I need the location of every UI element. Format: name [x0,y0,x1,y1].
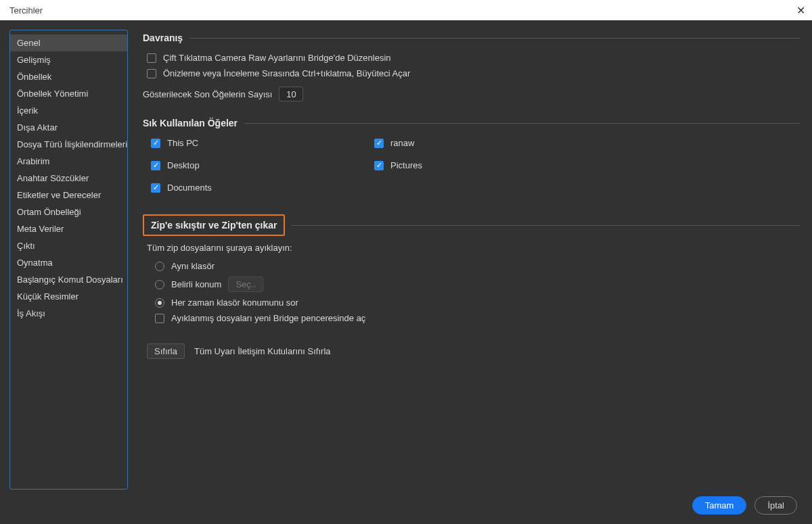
label-fav-thispc: This PC [167,138,198,148]
sidebar-item-label: Dosya Türü İlişkilendirmeleri [17,139,127,149]
radio-always-ask[interactable] [155,298,164,308]
sidebar-item-disa-aktar[interactable]: Dışa Aktar [10,119,127,136]
checkbox-open-new-window[interactable] [155,314,164,323]
sidebar-item-icerik[interactable]: İçerik [10,102,127,119]
sidebar-item-onbellek[interactable]: Önbellek [10,68,127,85]
label-fav-ranaw: ranaw [390,138,414,148]
divider [292,225,800,226]
divider [244,123,800,124]
radio-same-folder[interactable] [155,262,164,271]
section-behavior: Davranış Çift Tıklatma Camera Raw Ayarla… [143,32,800,104]
titlebar: Tercihler ✕ [0,0,812,20]
sidebar-item-label: Genel [17,38,41,48]
divider [189,38,800,39]
section-title-behavior: Davranış [143,32,183,43]
sidebar-item-label: Arabirim [17,156,49,166]
sidebar-item-label: Çıktı [17,241,35,251]
sidebar-item-baslangic-komut[interactable]: Başlangıç Komut Dosyaları [10,271,127,288]
sidebar-item-label: Dışa Aktar [17,122,58,133]
label-doubleclick-raw: Çift Tıklatma Camera Raw Ayarlarını Brid… [163,53,391,63]
close-icon[interactable]: ✕ [796,4,805,17]
label-same-folder: Aynı klasör [171,261,215,271]
checkbox-fav-desktop[interactable] [151,161,160,170]
sidebar-item-is-akisi[interactable]: İş Akışı [10,305,127,322]
sidebar-item-label: Ortam Önbelleği [17,207,81,217]
input-recent-items[interactable] [279,87,303,101]
checkbox-doubleclick-raw[interactable] [147,53,156,63]
sidebar-item-label: Meta Veriler [17,224,64,234]
label-open-new-window: Ayıklanmış dosyaları yeni Bridge pencere… [171,313,365,323]
sidebar-item-cikti[interactable]: Çıktı [10,237,127,254]
sidebar-item-genel[interactable]: Genel [10,34,127,51]
radio-specific-location[interactable] [155,280,164,289]
label-always-ask: Her zaman klasör konumunu sor [171,297,298,308]
label-fav-desktop: Desktop [167,160,200,170]
sidebar-item-label: Anahtar Sözcükler [17,173,89,183]
sidebar-item-onbellek-yonetimi[interactable]: Önbellek Yönetimi [10,85,127,102]
cancel-button[interactable]: İptal [754,496,797,515]
section-title-favorites: Sık Kullanılan Öğeler [143,118,238,128]
main-row: Genel Gelişmiş Önbellek Önbellek Yönetim… [9,30,803,490]
sidebar-item-kucuk-resimler[interactable]: Küçük Resimler [10,288,127,305]
sidebar-item-etiketler[interactable]: Etiketler ve Dereceler [10,187,127,204]
content-panel: Davranış Çift Tıklatma Camera Raw Ayarla… [143,30,803,490]
label-recent-items: Gösterilecek Son Öğelerin Sayısı [143,89,272,99]
label-reset-desc: Tüm Uyarı İletişim Kutularını Sıfırla [194,346,331,356]
sidebar-item-oynatma[interactable]: Oynatma [10,254,127,271]
sidebar: Genel Gelişmiş Önbellek Önbellek Yönetim… [9,30,128,490]
section-title-zip: Zip'e sıkıştır ve Zip'ten çıkar [143,214,285,236]
sidebar-item-label: Önbellek [17,72,51,82]
sidebar-item-arabirim[interactable]: Arabirim [10,153,127,170]
checkbox-fav-thispc[interactable] [151,139,160,148]
window-title: Tercihler [9,5,43,16]
label-fav-documents: Documents [167,183,212,193]
sidebar-item-label: İçerik [17,105,38,116]
checkbox-fav-ranaw[interactable] [374,139,384,148]
sidebar-item-label: İş Akışı [17,308,45,318]
dialog-footer: Tamam İptal [9,490,803,515]
reset-row: Sıfırla Tüm Uyarı İletişim Kutularını Sı… [143,343,800,359]
sidebar-item-ortam-onbellegi[interactable]: Ortam Önbelleği [10,204,127,220]
window-body: Genel Gelişmiş Önbellek Önbellek Yönetim… [0,20,812,524]
label-zip-extract-hint: Tüm zip dosyalarını şuraya ayıklayın: [143,243,800,253]
checkbox-fav-documents[interactable] [151,183,160,193]
label-fav-pictures: Pictures [390,160,422,170]
reset-button[interactable]: Sıfırla [147,343,185,359]
checkbox-fav-pictures[interactable] [374,161,384,170]
sidebar-item-meta-veriler[interactable]: Meta Veriler [10,220,127,237]
section-favorites: Sık Kullanılan Öğeler This PC ranaw Desk… [143,118,800,195]
sidebar-item-dosya-turu[interactable]: Dosya Türü İlişkilendirmeleri [10,136,127,153]
sidebar-item-anahtar-sozcukler[interactable]: Anahtar Sözcükler [10,170,127,187]
ok-button[interactable]: Tamam [692,496,747,515]
sidebar-item-label: Gelişmiş [17,55,51,65]
checkbox-ctrlclick-loupe[interactable] [147,69,156,78]
label-specific-location: Belirli konum [171,279,221,289]
label-ctrlclick-loupe: Önizleme veya İnceleme Sırasında Ctrl+tı… [163,68,410,78]
sidebar-item-label: Oynatma [17,258,53,268]
sidebar-item-label: Etiketler ve Dereceler [17,190,101,200]
select-location-button[interactable]: Seç.. [228,277,263,292]
sidebar-item-label: Önbellek Yönetimi [17,89,88,99]
sidebar-item-label: Küçük Resimler [17,291,78,302]
sidebar-item-gelismis[interactable]: Gelişmiş [10,51,127,68]
preferences-window: Tercihler ✕ Genel Gelişmiş Önbellek Önbe… [0,0,812,524]
section-zip: Zip'e sıkıştır ve Zip'ten çıkar Tüm zip … [143,214,800,326]
sidebar-item-label: Başlangıç Komut Dosyaları [17,275,123,285]
